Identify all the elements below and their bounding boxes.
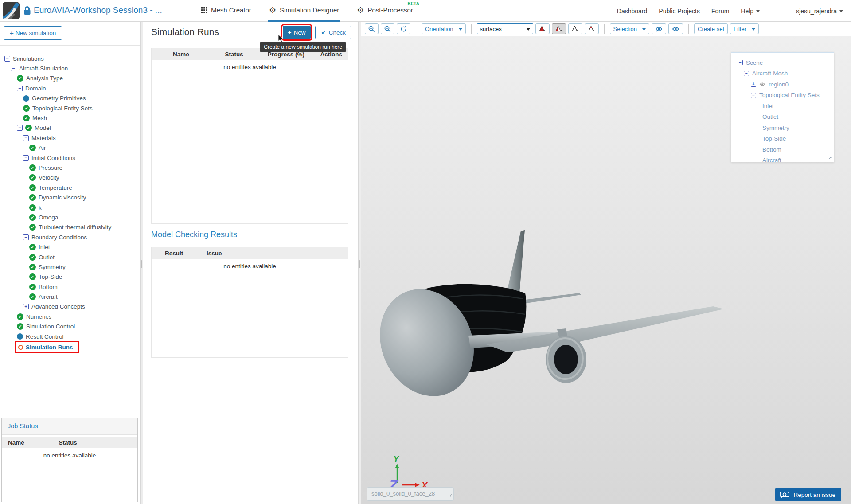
tree-item-initial-conditions[interactable]: −Initial Conditions [0, 153, 140, 163]
show-solid-toggle[interactable] [535, 23, 550, 34]
tree-item-aircraft[interactable]: ✔Aircraft [0, 292, 140, 301]
link-public-projects[interactable]: Public Projects [659, 8, 700, 15]
tree-item-outlet[interactable]: ✔Outlet [0, 252, 140, 262]
sidebar-splitter[interactable] [140, 22, 143, 504]
collapse-icon[interactable]: − [23, 155, 29, 161]
check-button[interactable]: ✔Check [315, 26, 351, 39]
collapse-icon[interactable]: − [751, 93, 756, 98]
scene-item-inlet[interactable]: Inlet [731, 101, 834, 112]
link-dashboard[interactable]: Dashboard [617, 8, 648, 15]
tree-item-label: Analysis Type [26, 75, 63, 82]
tree-item-result-control[interactable]: Result Control [0, 332, 140, 341]
scene-item-aircraft[interactable]: Aircraft [731, 155, 834, 166]
gears-icon: ⚙ [269, 6, 276, 14]
check-icon: ✔ [23, 115, 30, 121]
eye-icon[interactable] [759, 81, 765, 88]
tree-item-domain[interactable]: −Domain [0, 83, 140, 93]
show-points-toggle[interactable] [585, 23, 599, 34]
link-forum[interactable]: Forum [711, 8, 729, 15]
tab-mesh-creator[interactable]: Mesh Creator [200, 0, 252, 22]
user-menu[interactable]: sjesu_rajendra [796, 8, 843, 15]
tree-item-turbulent-thermal-diffusivity[interactable]: ✔Turbulent thermal diffusivity [0, 223, 140, 232]
zoom-in-button[interactable] [365, 23, 379, 34]
tree-item-velocity[interactable]: ✔Velocity [0, 173, 140, 183]
scene-item-top-side[interactable]: Top-Side [731, 133, 834, 145]
selected-face-field[interactable]: solid_0_solid_0_face_28 [367, 487, 454, 501]
plus-icon: + [288, 29, 292, 36]
scene-item-bottom[interactable]: Bottom [731, 144, 834, 155]
collapse-icon[interactable]: − [4, 56, 10, 62]
expand-icon[interactable]: + [751, 82, 756, 87]
toolbar-separator [471, 24, 472, 34]
scene-item-label: Aircraft-Mesh [752, 70, 788, 77]
show-wireframe-toggle[interactable] [568, 23, 582, 34]
create-set-button[interactable]: Create set [694, 23, 728, 34]
collapse-icon[interactable]: − [11, 66, 16, 71]
tab-simulation-designer[interactable]: ⚙ Simulation Designer [268, 0, 340, 22]
show-all-button[interactable] [668, 23, 683, 34]
report-issue-button[interactable]: Report an issue [775, 488, 841, 501]
expand-icon[interactable]: + [23, 304, 29, 309]
collapse-icon[interactable]: − [744, 71, 749, 76]
tree-item-temperature[interactable]: ✔Temperature [0, 183, 140, 192]
tree-item-simulations[interactable]: −Simulations [0, 54, 140, 63]
tree-item-simulation-control[interactable]: ✔Simulation Control [0, 322, 140, 332]
render-mode-select[interactable]: surfaces [477, 23, 533, 34]
tree-item-boundary-conditions[interactable]: −Boundary Conditions [0, 232, 140, 242]
resize-handle-icon[interactable] [829, 153, 833, 161]
orientation-dropdown[interactable]: Orientation [422, 23, 466, 34]
collapse-icon[interactable]: − [738, 60, 743, 65]
tree-item-materials[interactable]: −Materials [0, 133, 140, 143]
viewport-canvas[interactable]: −Scene−Aircraft-Mesh+region0−Topological… [361, 36, 851, 504]
tree-item-analysis-type[interactable]: ✔Analysis Type [0, 74, 140, 83]
header-links: Dashboard Public Projects Forum Help sje… [617, 0, 843, 22]
tree-item-simulation-runs[interactable]: Simulation Runs [15, 341, 79, 353]
scene-item-aircraft-mesh[interactable]: −Aircraft-Mesh [731, 68, 834, 79]
tree-item-air[interactable]: ✔Air [0, 143, 140, 153]
scene-item-outlet[interactable]: Outlet [731, 112, 834, 123]
project-title[interactable]: EuroAVIA-Workshop Session3 - ... [34, 5, 162, 15]
new-run-button[interactable]: +New [283, 26, 311, 39]
tree-item-mesh[interactable]: ✔Mesh [0, 113, 140, 123]
tree-item-geometry-primitives[interactable]: Geometry Primitives [0, 94, 140, 103]
tree-item-symmetry[interactable]: ✔Symmetry [0, 262, 140, 272]
zoom-out-button[interactable] [381, 23, 394, 34]
tree-item-k[interactable]: ✔k [0, 203, 140, 212]
scene-item-scene[interactable]: −Scene [731, 57, 834, 68]
new-run-tooltip: Create a new simulation run here [260, 42, 346, 52]
selection-dropdown[interactable]: Selection [610, 23, 649, 34]
collapse-icon[interactable]: − [17, 86, 23, 91]
collapse-icon[interactable]: − [17, 125, 23, 131]
scene-item-region0[interactable]: +region0 [731, 79, 834, 90]
column-header-status: Status [59, 439, 137, 446]
tree-item-model[interactable]: −✔Model [0, 123, 140, 133]
collapse-icon[interactable]: − [23, 234, 29, 240]
tree-item-dynamic-viscosity[interactable]: ✔Dynamic viscosity [0, 192, 140, 202]
reset-view-button[interactable] [397, 23, 410, 34]
tree-item-pressure[interactable]: ✔Pressure [0, 163, 140, 172]
tree-item-bottom[interactable]: ✔Bottom [0, 282, 140, 292]
hide-selected-button[interactable] [652, 23, 666, 34]
tree-item-omega[interactable]: ✔Omega [0, 212, 140, 222]
tree-item-label: Temperature [39, 184, 72, 191]
filter-dropdown[interactable]: Filter [730, 23, 759, 34]
collapse-icon[interactable]: − [23, 135, 29, 141]
tree-item-label: Omega [39, 214, 58, 221]
new-simulation-button[interactable]: +New simulation [4, 26, 62, 40]
new-run-label: New [293, 29, 305, 36]
tab-post-processor[interactable]: ⚙ Post-Processor BETA [356, 0, 414, 22]
column-header-status: Status [211, 51, 258, 58]
scene-item-topological-entity-sets[interactable]: −Topological Entity Sets [731, 90, 834, 101]
tree-item-advanced-concepts[interactable]: +Advanced Concepts [0, 302, 140, 312]
help-menu[interactable]: Help [741, 8, 760, 15]
show-half-toggle[interactable] [552, 23, 566, 34]
tree-item-topological-entity-sets[interactable]: ✔Topological Entity Sets [0, 103, 140, 113]
check-icon: ✔ [29, 204, 36, 211]
tree-item-aircraft-simulation[interactable]: −Aircraft-Simulation [0, 63, 140, 73]
tree-item-numerics[interactable]: ✔Numerics [0, 312, 140, 321]
tree-item-inlet[interactable]: ✔Inlet [0, 242, 140, 252]
viewport-splitter[interactable] [358, 22, 361, 504]
tree-item-top-side[interactable]: ✔Top-Side [0, 272, 140, 282]
app-logo[interactable] [3, 2, 20, 19]
scene-item-symmetry[interactable]: Symmetry [731, 122, 834, 133]
